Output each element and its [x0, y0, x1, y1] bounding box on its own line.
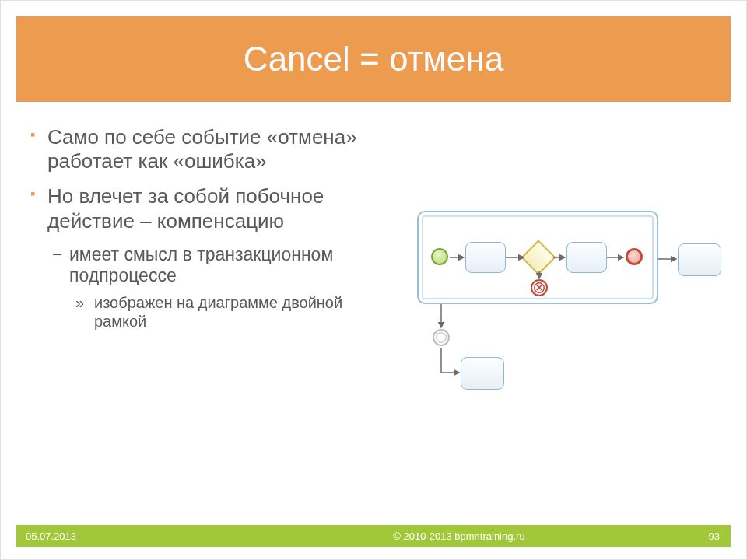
footer-date: 05.07.2013 [16, 530, 234, 542]
footer-copyright: © 2010-2013 bpmntraining.ru [234, 530, 684, 542]
bullet-level2: имеет смысл в транзакционном подпроцессе [30, 244, 396, 287]
task-box [566, 242, 607, 273]
title-bar: Cancel = отмена [16, 16, 731, 102]
bullet-level1: Само по себе событие «отмена» работает к… [30, 125, 396, 173]
footer-bar: 05.07.2013 © 2010-2013 bpmntraining.ru 9… [16, 525, 731, 547]
end-event-icon [626, 248, 643, 265]
content-column: Само по себе событие «отмена» работает к… [30, 125, 396, 331]
boundary-event-icon [433, 329, 450, 346]
task-box [465, 242, 506, 273]
slide-title: Cancel = отмена [244, 40, 503, 79]
start-event-icon [431, 248, 448, 265]
task-box [461, 357, 504, 390]
bpmn-diagram: ✕ [417, 211, 728, 397]
bullet-level3: изображен на диаграмме двойной рамкой [30, 293, 396, 331]
task-box [678, 243, 721, 276]
slide: Cancel = отмена Само по себе событие «от… [0, 0, 747, 560]
cancel-event-icon: ✕ [531, 279, 548, 296]
bullet-level1: Но влечет за собой побочное действие – к… [30, 184, 396, 233]
footer-page-number: 93 [684, 530, 731, 542]
